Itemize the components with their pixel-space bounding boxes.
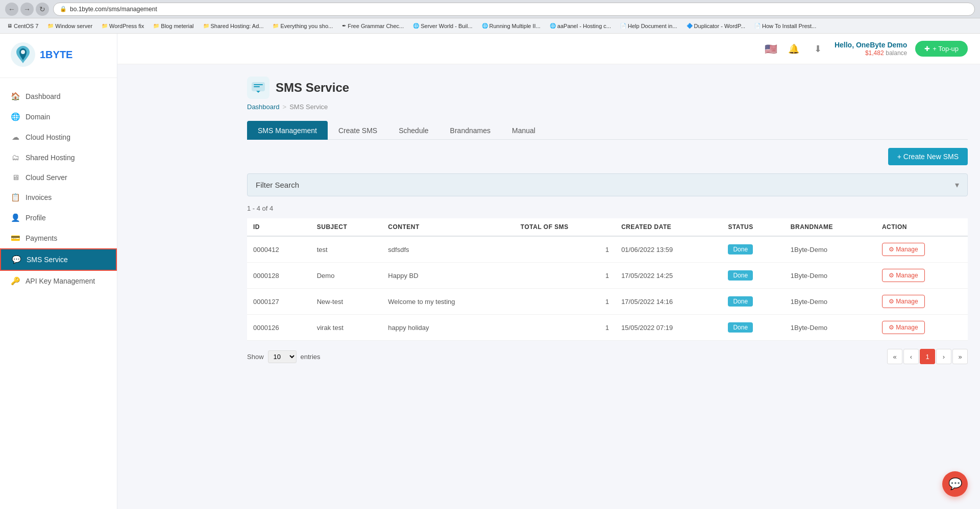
bookmark-item[interactable]: 🌐Server World - Buil... (410, 22, 475, 30)
sidebar-item-dashboard[interactable]: 🏠 Dashboard (0, 86, 117, 107)
notification-button[interactable]: 🔔 (786, 41, 802, 57)
row-id[interactable]: 0000412 (247, 236, 311, 263)
bookmark-item[interactable]: 📁WordPress fix (99, 22, 147, 30)
language-flag[interactable]: 🇺🇸 (765, 43, 777, 55)
col-header-id: ID (247, 218, 311, 236)
sidebar-item-api-key[interactable]: 🔑 API Key Management (0, 271, 117, 291)
row-brandname: 1Byte-Demo (785, 263, 876, 289)
sidebar-item-shared-hosting[interactable]: 🗂 Shared Hosting (0, 147, 117, 167)
page-header: SMS Service (247, 77, 968, 99)
domain-icon: 🌐 (10, 112, 20, 121)
svg-rect-4 (254, 86, 260, 87)
row-action: ⚙ Manage (876, 236, 968, 263)
prev-page-button[interactable]: ‹ (903, 349, 919, 364)
bookmark-item[interactable]: 🔷Duplicator - WordP... (683, 22, 748, 30)
invoices-icon: 📋 (10, 193, 20, 202)
row-total-sms: 1 (514, 315, 615, 341)
col-header-status: STATUS (722, 218, 784, 236)
browser-bar: ← → ↻ 🔒 bo.1byte.com/sms/management (0, 0, 980, 18)
bookmark-item[interactable]: 🌐Running Multiple II... (479, 22, 544, 30)
topup-label: + Top-up (933, 45, 959, 53)
row-action: ⚙ Manage (876, 315, 968, 341)
last-page-button[interactable]: » (952, 349, 968, 364)
entries-select[interactable]: 102550100 (268, 350, 297, 363)
table-row: 0000128DemoHappy BD117/05/2022 14:25Done… (247, 263, 968, 289)
bookmarks-bar: 🖥CentOS 7📁Window server📁WordPress fix📁Bl… (0, 18, 980, 34)
row-status: Done (722, 289, 784, 315)
manage-button[interactable]: ⚙ Manage (882, 269, 925, 282)
row-status: Done (722, 315, 784, 341)
sidebar-item-profile[interactable]: 👤 Profile (0, 208, 117, 228)
row-brandname: 1Byte-Demo (785, 236, 876, 263)
col-header-subject: SUBJECT (311, 218, 382, 236)
manage-button[interactable]: ⚙ Manage (882, 243, 925, 256)
bookmark-item[interactable]: 📁Window server (44, 22, 95, 30)
row-created-date: 01/06/2022 13:59 (615, 236, 722, 263)
sidebar-label-shared-hosting: Shared Hosting (26, 154, 75, 162)
row-content: Happy BD (382, 263, 514, 289)
sms-service-icon: 💬 (11, 255, 21, 264)
current-page-button[interactable]: 1 (920, 349, 935, 364)
col-header-total_sms: TOTAL OF SMS (514, 218, 615, 236)
sidebar-label-payments: Payments (26, 234, 57, 242)
tab-manual[interactable]: Manual (501, 121, 546, 140)
sidebar-label-domain: Domain (26, 113, 50, 121)
row-total-sms: 1 (514, 236, 615, 263)
topup-button[interactable]: ✚ + Top-up (915, 41, 968, 57)
topup-icon: ✚ (924, 45, 930, 53)
tab-brandnames[interactable]: Brandnames (439, 121, 501, 140)
breadcrumb-home[interactable]: Dashboard (247, 103, 280, 111)
create-new-sms-button[interactable]: + Create New SMS (888, 148, 968, 165)
bookmark-item[interactable]: ✒Free Grammar Chec... (339, 22, 407, 30)
nav-menu: 🏠 Dashboard 🌐 Domain ☁ Cloud Hosting 🗂 S… (0, 86, 117, 291)
breadcrumb: Dashboard > SMS Service (247, 103, 968, 111)
sidebar-item-cloud-hosting[interactable]: ☁ Cloud Hosting (0, 127, 117, 147)
bookmark-item[interactable]: 📄How To Install Prest... (751, 22, 819, 30)
cloud-hosting-icon: ☁ (10, 133, 20, 142)
sms-table: IDSUBJECTCONTENTTOTAL OF SMSCREATED DATE… (247, 218, 968, 341)
sidebar-item-cloud-server[interactable]: 🖥 Cloud Server (0, 167, 117, 187)
tab-create-sms[interactable]: Create SMS (328, 121, 388, 140)
bookmark-item[interactable]: 🖥CentOS 7 (4, 22, 41, 30)
logo-area: 1BYTE (0, 42, 117, 78)
row-total-sms: 1 (514, 289, 615, 315)
tab-schedule[interactable]: Schedule (388, 121, 439, 140)
balance-label: balance (886, 49, 907, 57)
sidebar-item-payments[interactable]: 💳 Payments (0, 228, 117, 248)
logo-icon (10, 42, 36, 67)
bookmark-item[interactable]: 📁Blog meterial (150, 22, 197, 30)
next-page-button[interactable]: › (936, 349, 951, 364)
row-total-sms: 1 (514, 263, 615, 289)
breadcrumb-separator: > (283, 103, 287, 111)
back-button[interactable]: ← (5, 3, 18, 16)
download-button[interactable]: ⬇ (810, 41, 826, 57)
sidebar-item-invoices[interactable]: 📋 Invoices (0, 187, 117, 208)
chat-support-button[interactable]: 💬 (942, 471, 968, 497)
row-subject: test (311, 236, 382, 263)
row-id[interactable]: 0000127 (247, 289, 311, 315)
user-info: Hello, OneByte Demo $1,482 balance (835, 41, 907, 57)
filter-search-box[interactable]: Filter Search ▾ (247, 173, 968, 196)
table-row: 0000126virak testhappy holiday115/05/202… (247, 315, 968, 341)
manage-button[interactable]: ⚙ Manage (882, 321, 925, 334)
bookmark-item[interactable]: 🌐aaPanel - Hosting c... (547, 22, 614, 30)
sidebar-item-sms-service[interactable]: 💬 SMS Service (0, 248, 117, 271)
address-bar[interactable]: 🔒 bo.1byte.com/sms/management (53, 3, 975, 16)
filter-label: Filter Search (256, 181, 299, 189)
manage-button[interactable]: ⚙ Manage (882, 295, 925, 308)
refresh-button[interactable]: ↻ (36, 3, 49, 16)
tab-sms-management[interactable]: SMS Management (247, 121, 328, 140)
show-entries: Show 102550100 entries (247, 350, 321, 363)
bookmark-item[interactable]: 📁Everything you sho... (270, 22, 336, 30)
first-page-button[interactable]: « (887, 349, 902, 364)
breadcrumb-current: SMS Service (289, 103, 328, 111)
row-id[interactable]: 0000128 (247, 263, 311, 289)
row-id[interactable]: 0000126 (247, 315, 311, 341)
bookmark-item[interactable]: 📄Help Document in... (617, 22, 680, 30)
sidebar-item-domain[interactable]: 🌐 Domain (0, 107, 117, 127)
forward-button[interactable]: → (20, 3, 34, 16)
sidebar-label-sms-service: SMS Service (27, 256, 68, 264)
pagination-row: Show 102550100 entries « ‹ 1 › » (247, 349, 968, 364)
bookmark-item[interactable]: 📁Shared Hosting: Ad... (200, 22, 267, 30)
sidebar-label-profile: Profile (26, 214, 46, 222)
